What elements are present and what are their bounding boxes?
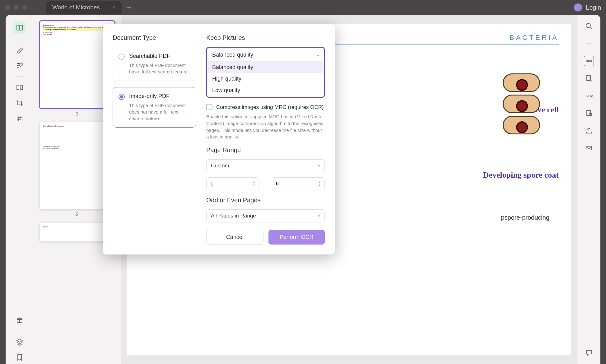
layers-icon[interactable] xyxy=(13,335,26,348)
annotation-spore: Developing spore coat xyxy=(483,170,559,180)
svg-rect-5 xyxy=(18,117,22,121)
searchable-pdf-option[interactable]: Searchable PDF This type of PDF document… xyxy=(113,47,196,81)
svg-point-7 xyxy=(586,23,590,28)
quality-options-list: Balanced quality High quality Low qualit… xyxy=(208,61,323,96)
edit-page-icon[interactable] xyxy=(584,73,594,83)
annotation-endospore: pspore-producing xyxy=(501,214,549,221)
option-desc: This type of PDF document has a full tex… xyxy=(129,62,190,75)
page-range-dropdown[interactable]: Custom xyxy=(206,159,325,172)
compress-description: Enable this option to apply an MRC-based… xyxy=(206,113,325,140)
ocr-icon[interactable]: OCR xyxy=(584,56,594,66)
bookmark-icon[interactable] xyxy=(13,351,26,364)
svg-rect-8 xyxy=(587,76,590,81)
minus-icon[interactable]: − xyxy=(584,39,594,49)
range-from-value: 1 xyxy=(210,181,213,187)
quality-option-low[interactable]: Low quality xyxy=(208,85,323,96)
share-icon[interactable] xyxy=(584,126,594,136)
new-tab-button[interactable]: + xyxy=(127,3,131,12)
pdfa-icon[interactable]: PDF/A xyxy=(584,91,594,101)
quality-option-high[interactable]: High quality xyxy=(208,73,323,85)
document-tab[interactable]: World of Microbes × xyxy=(46,1,122,14)
titlebar: World of Microbes × + Login xyxy=(0,0,606,15)
svg-rect-0 xyxy=(17,25,19,30)
spinner-arrows[interactable]: ▲▼ xyxy=(318,181,321,187)
option-title: Image-only PDF xyxy=(129,93,190,100)
svg-rect-9 xyxy=(587,110,590,115)
search-icon[interactable] xyxy=(584,21,594,31)
maximize-icon[interactable] xyxy=(22,5,27,10)
perform-ocr-button[interactable]: Perform OCR xyxy=(268,230,325,245)
odd-even-value: All Pages in Range xyxy=(211,213,256,219)
range-to-value: 6 xyxy=(276,181,279,187)
odd-even-dropdown[interactable]: All Pages in Range xyxy=(206,209,325,222)
ocr-dialog: Document Type Searchable PDF This type o… xyxy=(103,24,335,254)
avatar-icon xyxy=(574,3,582,12)
compress-label: Compress images using MRC (requires OCR) xyxy=(216,104,324,111)
login-button[interactable]: Login xyxy=(574,3,601,12)
page-range-label: Page Range xyxy=(206,147,325,154)
svg-rect-4 xyxy=(17,116,21,120)
svg-rect-3 xyxy=(20,85,22,90)
reader-mode-icon[interactable] xyxy=(13,21,26,34)
left-toolbar xyxy=(6,15,34,364)
range-separator: — xyxy=(263,181,268,187)
login-label: Login xyxy=(586,4,601,11)
minimize-icon[interactable] xyxy=(14,5,19,10)
checkbox-icon xyxy=(206,104,212,110)
cancel-button[interactable]: Cancel xyxy=(206,230,263,245)
page-range-value: Custom xyxy=(211,163,229,169)
compress-mrc-checkbox[interactable]: Compress images using MRC (requires OCR) xyxy=(206,104,325,111)
quality-dropdown[interactable]: Balanced quality Balanced quality High q… xyxy=(206,47,325,98)
svg-rect-2 xyxy=(17,85,19,90)
crop-icon[interactable] xyxy=(13,96,26,110)
tab-title: World of Microbes xyxy=(52,4,100,11)
radio-icon xyxy=(119,94,125,100)
svg-rect-1 xyxy=(20,25,22,30)
window-controls xyxy=(5,5,27,10)
document-type-label: Document Type xyxy=(113,34,196,41)
svg-rect-11 xyxy=(586,146,592,150)
quality-option-balanced[interactable]: Balanced quality xyxy=(208,62,323,73)
close-icon[interactable] xyxy=(5,5,10,10)
close-tab-icon[interactable]: × xyxy=(112,4,116,11)
gift-icon[interactable] xyxy=(13,314,26,327)
option-title: Searchable PDF xyxy=(129,53,190,59)
cell-illustration xyxy=(503,71,565,137)
copy-icon[interactable] xyxy=(13,112,26,125)
lock-page-icon[interactable] xyxy=(584,108,594,118)
annotate-icon[interactable] xyxy=(13,59,26,72)
right-toolbar: − OCR PDF/A xyxy=(577,15,600,364)
keep-pictures-label: Keep Pictures xyxy=(206,34,325,41)
option-desc: This type of PDF document does not have … xyxy=(129,102,190,122)
compare-icon[interactable] xyxy=(13,81,26,94)
mail-icon[interactable] xyxy=(584,143,594,153)
range-to-input[interactable]: 6 ▲▼ xyxy=(272,177,325,190)
radio-icon xyxy=(119,54,125,60)
odd-even-label: Odd or Even Pages xyxy=(206,197,325,204)
highlighter-icon[interactable] xyxy=(13,43,26,56)
quality-selected: Balanced quality xyxy=(208,49,323,61)
range-from-input[interactable]: 1 ▲▼ xyxy=(206,177,259,190)
comment-icon[interactable] xyxy=(584,348,594,358)
image-only-pdf-option[interactable]: Image-only PDF This type of PDF document… xyxy=(113,87,196,128)
spinner-arrows[interactable]: ▲▼ xyxy=(253,181,255,187)
